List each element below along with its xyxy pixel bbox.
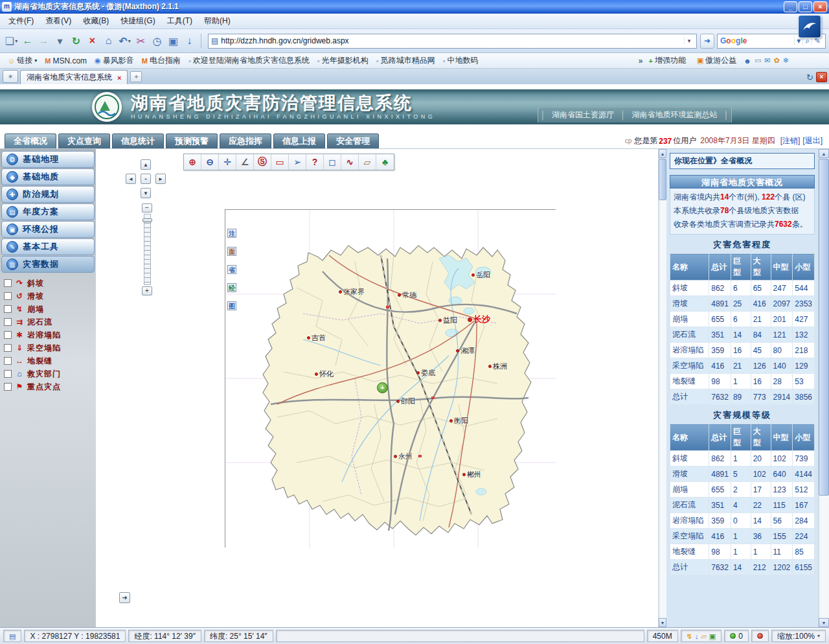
- zoom-out-icon[interactable]: ⊖: [201, 154, 219, 170]
- pan-icon[interactable]: ✛: [219, 154, 236, 170]
- pan-left-button[interactable]: ◄: [126, 174, 136, 184]
- layer-checkbox[interactable]: [4, 344, 12, 352]
- zoom-slider-handle[interactable]: [142, 218, 152, 222]
- dropdown-arrow-icon[interactable]: ▾: [128, 38, 131, 44]
- banner-link[interactable]: 湖南省地质环境监测总站: [626, 109, 724, 121]
- boost-icon[interactable]: ↯: [687, 632, 692, 641]
- address-input[interactable]: http://dzzh.hndh.gov.cn/gridweb.aspx: [221, 36, 684, 45]
- map-layer-icon[interactable]: 图: [227, 301, 236, 310]
- scroll-track[interactable]: [659, 158, 666, 618]
- ad-hunter-icon[interactable]: ✂: [133, 32, 149, 50]
- tab-active[interactable]: 湖南省地质灾害信息系统 ×: [20, 70, 128, 84]
- layer-row[interactable]: ⚑重点灾点: [1, 380, 95, 393]
- sidebar-button[interactable]: ✚防治规划: [1, 186, 95, 203]
- close-button[interactable]: ×: [813, 1, 827, 12]
- sidebar-button[interactable]: ✎基本工具: [1, 238, 95, 255]
- clear-selection-icon[interactable]: Ⓢ: [254, 154, 271, 170]
- map-next-button[interactable]: ➜: [119, 592, 130, 603]
- address-bar[interactable]: ▤ http://dzzh.hndh.gov.cn/gridweb.aspx ▾: [208, 34, 697, 49]
- scroll-track[interactable]: [819, 158, 829, 618]
- skin-icon[interactable]: ❄: [783, 56, 789, 65]
- zoom-window-icon[interactable]: ◻: [324, 154, 341, 170]
- scroll-up-icon[interactable]: ▲: [819, 149, 829, 158]
- minimize-button[interactable]: _: [784, 1, 797, 12]
- zoom-in-icon[interactable]: ⊕: [184, 154, 201, 170]
- maximize-button[interactable]: □: [799, 1, 812, 12]
- layer-checkbox[interactable]: [4, 305, 12, 313]
- menu-item[interactable]: 帮助(H): [198, 14, 236, 29]
- nav-tab-6[interactable]: 信息上报: [273, 133, 325, 148]
- polyline-measure-icon[interactable]: ∿: [341, 154, 359, 170]
- layer-row[interactable]: ↯崩塌: [1, 303, 95, 316]
- zoom-out-step-button[interactable]: −: [142, 203, 152, 213]
- menu-item[interactable]: 收藏(B): [77, 14, 115, 29]
- eraser-icon[interactable]: ▱: [359, 154, 376, 170]
- menu-item[interactable]: 文件(F): [3, 14, 40, 29]
- download-icon[interactable]: ↓: [181, 32, 198, 50]
- snapshot-icon[interactable]: ▣: [165, 32, 181, 50]
- logout-link[interactable]: [注销]: [780, 135, 801, 146]
- layer-checkbox[interactable]: [4, 318, 12, 326]
- tab-close-icon[interactable]: ×: [117, 74, 121, 82]
- layer-row[interactable]: ↷斜坡: [1, 277, 95, 290]
- close-tab-button[interactable]: ×: [816, 72, 827, 82]
- sidebar-button[interactable]: ❂基础地理: [1, 151, 95, 168]
- layer-row[interactable]: ✱岩溶塌陷: [1, 328, 95, 341]
- undo-icon[interactable]: ↶▾: [117, 32, 133, 50]
- map-frame[interactable]: 张家界常德岳阳益阳长沙吉首湘潭株洲怀化娄底邵阳衡阳永州郴州 +: [225, 209, 556, 547]
- nav-tab-3[interactable]: 信息统计: [112, 133, 164, 148]
- home-icon[interactable]: ⌂: [100, 32, 117, 50]
- history-clock-icon[interactable]: ◷: [149, 32, 165, 50]
- dropdown-arrow-icon[interactable]: ▾: [34, 58, 37, 63]
- link-item[interactable]: ◉暴风影音: [91, 54, 138, 67]
- link-item[interactable]: M电台指南: [138, 54, 185, 67]
- gift-icon[interactable]: ✿: [774, 56, 780, 65]
- contacts-icon[interactable]: ☻: [744, 57, 751, 65]
- window-scrollbar[interactable]: ▲ ▼: [818, 149, 829, 627]
- sidebar-button[interactable]: ▤年度方案: [1, 203, 95, 220]
- dropdown-arrow-icon[interactable]: ▾: [15, 38, 17, 44]
- identify-icon[interactable]: ?: [306, 154, 324, 170]
- links-overflow-icon[interactable]: »: [637, 56, 645, 65]
- new-page-icon[interactable]: ❏▾: [3, 32, 19, 50]
- screen-icon[interactable]: ▭: [755, 56, 761, 65]
- layer-row[interactable]: ⇓采空塌陷: [1, 341, 95, 354]
- layer-checkbox[interactable]: [4, 292, 12, 300]
- map-layer-icon[interactable]: 经: [227, 283, 236, 292]
- scroll-thumb[interactable]: [819, 159, 829, 496]
- layer-checkbox[interactable]: [4, 279, 12, 287]
- link-item[interactable]: ▣傲游公益: [693, 54, 740, 67]
- map-layer-icon[interactable]: 面: [227, 247, 236, 256]
- shield-icon[interactable]: ▣: [709, 632, 716, 641]
- zoom-slider-track[interactable]: [144, 214, 151, 285]
- zoom-slider[interactable]: − +: [141, 203, 153, 295]
- folder-icon[interactable]: ▱: [701, 632, 706, 641]
- sidebar-button[interactable]: ◆基础地质: [1, 168, 95, 185]
- history-dropdown-icon[interactable]: ▾: [52, 32, 68, 50]
- measure-icon[interactable]: ∠: [236, 154, 254, 170]
- pan-center-button[interactable]: +: [141, 174, 151, 184]
- scroll-down-icon[interactable]: ▼: [659, 618, 666, 627]
- downloads-icon[interactable]: ↓: [695, 632, 699, 641]
- layer-row[interactable]: ↔地裂缝: [1, 354, 95, 367]
- favorites-panel-button[interactable]: ✶: [3, 70, 18, 83]
- rect-select-icon[interactable]: ▭: [271, 154, 289, 170]
- scroll-up-icon[interactable]: ▲: [659, 149, 666, 158]
- banner-link[interactable]: 湖南省国土资源厅: [545, 109, 620, 121]
- layer-checkbox[interactable]: [4, 357, 12, 365]
- scroll-down-icon[interactable]: ▼: [819, 618, 829, 627]
- locate-button[interactable]: +: [377, 382, 388, 393]
- refresh-icon[interactable]: ↻: [68, 32, 84, 50]
- sidebar-button[interactable]: ▣环境公报: [1, 221, 95, 238]
- link-item[interactable]: +增强功能: [645, 54, 690, 67]
- layer-checkbox[interactable]: [4, 383, 12, 391]
- pointer-select-icon[interactable]: ➢: [289, 154, 306, 170]
- sidebar-button[interactable]: ▥灾害数据: [1, 256, 95, 273]
- link-item[interactable]: ▫中地数码: [439, 54, 483, 67]
- forward-icon[interactable]: →: [36, 32, 52, 50]
- map-layer-icon[interactable]: 注: [227, 229, 236, 238]
- menu-item[interactable]: 工具(T): [161, 14, 198, 29]
- nav-tab-1[interactable]: 全省概况: [5, 133, 56, 148]
- layer-row[interactable]: ↺滑坡: [1, 290, 95, 303]
- zoom-in-step-button[interactable]: +: [142, 286, 152, 295]
